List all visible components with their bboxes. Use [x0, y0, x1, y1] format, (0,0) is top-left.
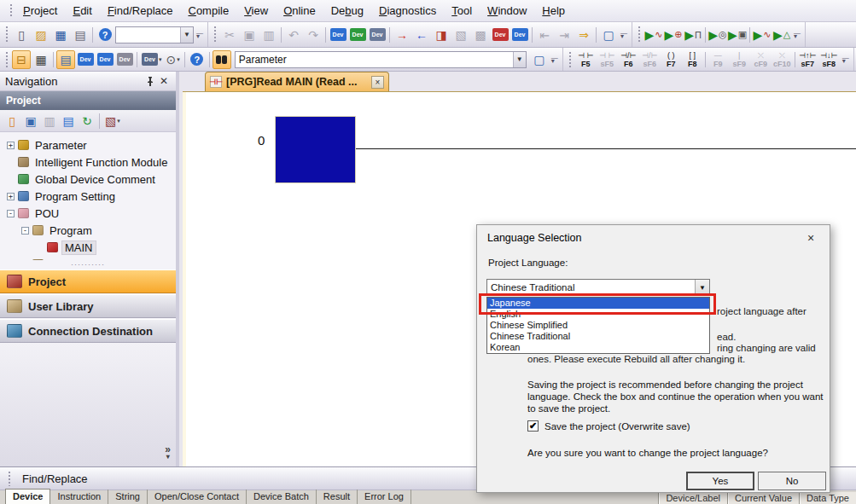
read-from-plc-icon[interactable]: ← [412, 26, 431, 44]
menu-item[interactable]: Debug [323, 1, 371, 20]
jump-history-icon[interactable]: ⇒ [574, 26, 593, 44]
ladder-symbol-button[interactable]: | sF9 [729, 49, 750, 70]
device-list-icon[interactable]: Dev [96, 50, 114, 69]
device-find-icon[interactable]: ⊙▾ [165, 50, 182, 69]
tree-item[interactable]: - Program [0, 222, 176, 239]
save-project-checkbox-row[interactable]: ✔ Save the project (Overwrite save) [527, 420, 690, 432]
toolbar-overflow-icon[interactable]: —▾ [619, 26, 629, 44]
nav-refresh-icon[interactable]: ↻ [79, 112, 96, 130]
bottom-tab[interactable]: Open/Close Contact [148, 490, 247, 504]
bottom-tab[interactable]: Error Log [358, 490, 411, 504]
trace-display-icon[interactable]: ▶△ [772, 26, 791, 44]
ladder-symbol-button[interactable]: ( ) F7 [661, 49, 682, 70]
new-window-icon[interactable]: ▢ [530, 50, 549, 69]
language-option[interactable]: Korean [487, 342, 709, 353]
menu-item[interactable]: Help [534, 1, 573, 20]
menu-item[interactable]: Project [15, 1, 65, 20]
bottom-tab[interactable]: String [108, 490, 148, 504]
tree-expand-toggle[interactable]: + [7, 142, 15, 149]
ladder-symbol-button[interactable]: ⊣/⊢ sF6 [639, 49, 661, 70]
chevron-down-icon[interactable]: ▼ [513, 52, 526, 67]
navigation-section-button[interactable]: Connection Destination [0, 319, 176, 343]
tree-item[interactable]: MAIN [0, 239, 176, 256]
device-test-icon[interactable]: Dev [510, 26, 529, 44]
device-reference-icon[interactable]: Dev [115, 50, 134, 69]
nav-filter-icon[interactable]: ▧▾ [103, 112, 122, 130]
ladder-symbol-button[interactable]: ⊣/⊢ F6 [618, 49, 639, 70]
bottom-tab[interactable]: Result [317, 490, 358, 504]
tree-item[interactable]: + Parameter [0, 136, 176, 154]
function-block-icon[interactable]: ▦ [32, 50, 50, 69]
plc-memory-icon[interactable]: ▩ [471, 26, 490, 44]
navigation-section-button[interactable]: Project [0, 269, 176, 293]
jump-next-icon[interactable]: ⇥ [555, 26, 574, 44]
jump-back-icon[interactable]: ⇤ [535, 26, 554, 44]
navigation-section-button[interactable]: User Library [0, 294, 176, 318]
bottom-tab[interactable]: Device Batch [247, 490, 317, 504]
open-project-icon[interactable]: ▨ [32, 26, 50, 44]
ladder-symbol-button[interactable]: ⊣↓⊢ sF8 [818, 49, 840, 70]
stop-monitoring-icon[interactable]: ▶Π [684, 26, 702, 44]
quick-find-combobox[interactable]: ▼ [115, 26, 194, 43]
ladder-symbol-button[interactable]: ⤫ cF9 [750, 49, 772, 70]
yes-button[interactable]: Yes [686, 472, 754, 490]
cut-icon[interactable]: ✂ [220, 26, 239, 44]
bottom-tab[interactable]: Instruction [50, 490, 108, 504]
ladder-symbol-button[interactable]: — F9 [708, 49, 729, 70]
menu-item[interactable]: Edit [65, 1, 99, 20]
panel-splitter-grip[interactable]: ·········· [0, 260, 176, 269]
device-display-icon[interactable]: Dev [348, 26, 367, 44]
redo-icon[interactable]: ↷ [304, 26, 323, 44]
watch-column-header[interactable]: Data Type [799, 492, 856, 504]
menu-item[interactable]: Online [276, 1, 323, 20]
menu-item[interactable]: Compile [180, 1, 236, 20]
project-language-combobox[interactable]: Chinese Traditional ▼ [486, 279, 710, 296]
section-overflow-chevron[interactable]: »▾ [165, 447, 171, 460]
copy-icon[interactable]: ▣ [240, 26, 259, 44]
language-option[interactable]: Chinese Simplified [487, 320, 709, 331]
pin-icon[interactable] [143, 74, 157, 88]
tree-item[interactable]: - POU [0, 205, 176, 222]
tree-item[interactable]: + Program Setting [0, 188, 176, 205]
start-monitoring-icon[interactable]: ▶⊕ [664, 26, 683, 44]
toolbar-overflow-icon[interactable]: —▾ [792, 26, 802, 44]
ladder-symbol-button[interactable]: ⤫ cF10 [772, 49, 793, 70]
toolbar-overflow-icon[interactable]: —▾ [550, 50, 560, 69]
language-option[interactable]: Chinese Traditional [487, 331, 709, 342]
toolbar-overflow-icon[interactable]: —▾ [841, 50, 851, 69]
dialog-close-icon[interactable]: × [802, 231, 819, 245]
help-2-icon[interactable]: ? [188, 50, 207, 69]
remote-operation-icon[interactable]: ▧ [451, 26, 470, 44]
start-monitoring-all-icon[interactable]: ▶∿ [644, 26, 663, 44]
write-to-plc-icon[interactable]: → [393, 26, 411, 44]
close-panel-icon[interactable]: ✕ [157, 74, 171, 88]
new-project-icon[interactable]: ▯ [12, 26, 31, 44]
checkbox-checked-icon[interactable]: ✔ [527, 420, 539, 432]
menu-item[interactable]: Window [480, 1, 534, 20]
print-icon[interactable]: ▤ [71, 26, 90, 44]
paste-icon[interactable]: ▥ [259, 26, 278, 44]
navigation-window-icon[interactable]: ⊟ [12, 50, 31, 69]
device-batch-icon[interactable]: Dev [368, 26, 387, 44]
watch-start-icon[interactable]: ▶◎ [708, 26, 727, 44]
menu-item[interactable]: Tool [444, 1, 480, 20]
ladder-symbol-button[interactable]: ⊣ ⊢ F5 [575, 49, 597, 70]
nav-sort-icon[interactable]: ▤ [60, 112, 77, 130]
find-binoculars-icon[interactable] [213, 50, 231, 69]
undo-icon[interactable]: ↶ [284, 26, 303, 44]
nav-copy-icon[interactable]: ▣ [22, 112, 39, 130]
nav-new-item-icon[interactable]: ▯ [3, 112, 20, 130]
tree-expand-toggle[interactable]: - [7, 210, 15, 217]
ladder-symbol-button[interactable]: [ ] F8 [682, 49, 703, 70]
chevron-down-icon[interactable]: ▼ [695, 280, 709, 295]
device-comment-icon[interactable]: Dev [76, 50, 95, 69]
chevron-down-icon[interactable]: ▼ [180, 27, 193, 43]
ladder-cursor-cell[interactable] [275, 116, 356, 183]
no-button[interactable]: No [758, 472, 826, 490]
language-option[interactable]: English [487, 309, 709, 320]
language-option[interactable]: Japanese [487, 298, 709, 309]
window-select-combobox[interactable]: Parameter ▼ [235, 51, 527, 68]
device-test-tool-icon[interactable]: ▶▣ [728, 26, 747, 44]
ladder-symbol-button[interactable]: ⊣ ⊢ sF5 [597, 49, 618, 70]
ladder-symbol-button[interactable]: ⊣↑⊢ sF7 [797, 49, 818, 70]
